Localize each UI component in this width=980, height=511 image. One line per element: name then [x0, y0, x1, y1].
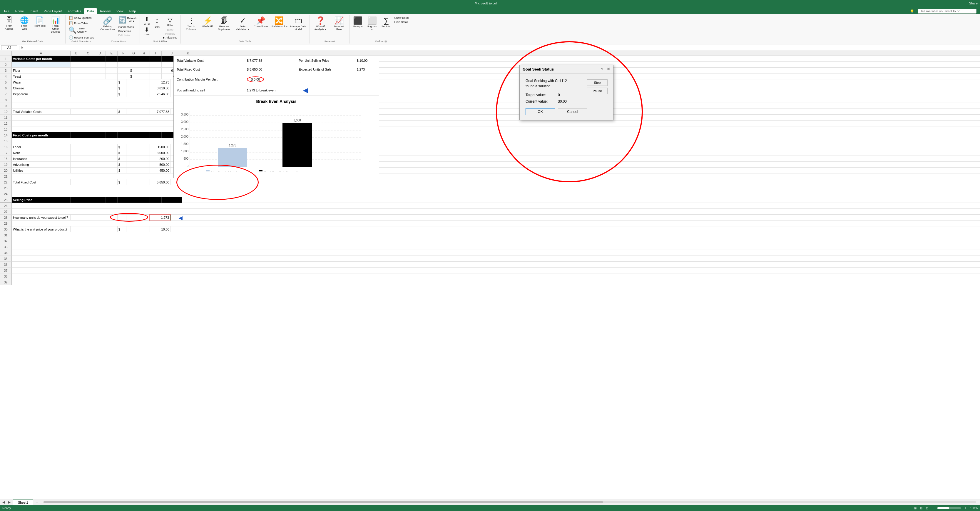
clear-button[interactable]: Clear [166, 28, 175, 32]
cell-g20[interactable]: $ [118, 167, 126, 174]
tab-review[interactable]: Review [97, 8, 113, 14]
text-to-columns-button[interactable]: ⋮ Text to Columns [183, 15, 200, 32]
advanced-button[interactable]: ▶ Advanced [162, 36, 178, 40]
show-queries-button[interactable]: 📋 Show Queries [67, 15, 95, 20]
col-header-c[interactable]: C [82, 51, 94, 56]
remove-duplicates-button[interactable]: 🗐 Remove Duplicates [215, 15, 233, 32]
tab-formulas[interactable]: Formulas [65, 8, 84, 14]
from-other-button[interactable]: 📊 From Other Sources [48, 15, 64, 34]
step-button[interactable]: Step [587, 80, 608, 86]
sort-button[interactable]: ↕ Sort [153, 15, 161, 29]
cell-g18[interactable]: $ [118, 156, 126, 162]
tab-view[interactable]: View [113, 8, 126, 14]
scroll-right-icon[interactable]: ▶ [7, 500, 12, 504]
formula-input[interactable] [25, 46, 979, 50]
cell-a17[interactable]: Rent [12, 150, 70, 156]
cell-g17[interactable]: $ [118, 150, 126, 156]
what-if-button[interactable]: ❓ What-If Analysis ▾ [312, 15, 329, 32]
tab-page-layout[interactable]: Page Layout [41, 8, 65, 14]
show-detail-button[interactable]: Show Detail [393, 16, 410, 20]
cell-j5[interactable]: 12.73 [150, 80, 170, 85]
filter-button[interactable]: ▽ Filter [166, 15, 175, 28]
consolidate-button[interactable]: 📌 Consolidate [253, 15, 270, 29]
cell-a22[interactable]: Total Fixed Cost [12, 179, 70, 185]
cell-j17[interactable]: 3,000.00 [150, 150, 170, 156]
zoom-in-icon[interactable]: + [964, 506, 966, 510]
cell-j19[interactable]: 500.00 [150, 162, 170, 167]
col-header-e[interactable]: E [106, 51, 118, 56]
data-validation-button[interactable]: ✓ Data Validation ▾ [234, 15, 251, 32]
tab-help[interactable]: Help [126, 8, 139, 14]
cell-a10[interactable]: Total Variable Costs [12, 109, 70, 115]
relationships-button[interactable]: 🔀 Relationships [270, 15, 288, 29]
cell-j22[interactable]: 5,650.00 [150, 179, 170, 185]
col-header-a[interactable]: A [12, 51, 70, 56]
reapply-button[interactable]: Reapply [164, 32, 176, 36]
info-value-3[interactable]: $ 0.00 [244, 74, 296, 85]
cell-j30[interactable]: 10.00 [150, 226, 170, 232]
col-header-i[interactable]: I [150, 51, 162, 56]
group-button[interactable]: ⬛ Group ▾ [352, 15, 364, 29]
recent-sources-button[interactable]: 🕐 Recent Sources [67, 35, 95, 40]
col-header-d[interactable]: D [94, 51, 106, 56]
cell-a19[interactable]: Advertising [12, 162, 70, 167]
cell-j28-outlined[interactable]: 1,273 [150, 215, 170, 221]
existing-connections-button[interactable]: 🔗 Existing Connections [99, 15, 116, 32]
tab-data[interactable]: Data [84, 8, 97, 14]
from-access-button[interactable]: 🗄 From Access [2, 15, 16, 32]
cell-a30[interactable]: What is the unit price of your product? [12, 226, 70, 232]
add-sheet-button[interactable]: + [33, 499, 41, 505]
col-header-b[interactable]: B [70, 51, 82, 56]
cell-j18[interactable]: 200.00 [150, 156, 170, 162]
from-text-button[interactable]: 📄 From Text [32, 15, 47, 29]
cell-a28[interactable]: How many units do you expect to sell? [12, 215, 70, 221]
dialog-help-icon[interactable]: ? [601, 67, 603, 72]
manage-data-model-button[interactable]: 🗃 Manage Data Model [289, 15, 308, 32]
name-box[interactable] [1, 45, 18, 50]
zoom-out-icon[interactable]: − [932, 506, 934, 510]
new-query-button[interactable]: 🔍 NewQuery ▾ [67, 26, 95, 35]
layout-normal-icon[interactable]: ⊞ [914, 506, 916, 510]
pause-button[interactable]: Pause [587, 88, 608, 94]
cell-a2[interactable] [12, 62, 70, 68]
col-header-h[interactable]: H [138, 51, 150, 56]
cell-g22[interactable]: $ [118, 179, 126, 185]
cell-a16[interactable]: Labor [12, 144, 70, 150]
col-header-j[interactable]: J [162, 51, 182, 56]
cell-a25[interactable]: Selling Price [12, 197, 70, 203]
layout-preview-icon[interactable]: ⊡ [926, 506, 928, 510]
cell-a7[interactable]: Pepperoni [12, 91, 70, 97]
sort-az-button[interactable]: ⬆ A→Z [142, 15, 152, 25]
hide-detail-button[interactable]: Hide Detail [393, 20, 410, 24]
sort-za-button[interactable]: ⬇ Z→A [142, 26, 152, 36]
forecast-sheet-button[interactable]: 📈 Forecast Sheet [330, 15, 348, 32]
hscroll-thumb[interactable] [43, 501, 603, 503]
tab-home[interactable]: Home [12, 8, 27, 14]
tab-file[interactable]: File [1, 8, 12, 14]
cell-j16[interactable]: 1500.00 [150, 144, 170, 150]
ok-button[interactable]: OK [525, 108, 555, 115]
sheet-tab-sheet1[interactable]: Sheet1 [13, 500, 33, 505]
connections-btn[interactable]: Connections [117, 25, 138, 29]
outline-expand-icon[interactable]: ⊡ [385, 40, 387, 43]
cell-a20[interactable]: Utilities [12, 167, 70, 174]
cancel-button[interactable]: Cancel [558, 108, 587, 115]
cell-a6[interactable]: Cheese [12, 85, 70, 91]
col-header-k[interactable]: K [182, 51, 194, 56]
cell-a18[interactable]: Insurance [12, 156, 70, 162]
properties-button[interactable]: Properties [117, 29, 138, 33]
cell-a14[interactable]: Fixed Costs per month [12, 132, 70, 138]
layout-page-icon[interactable]: ⊟ [920, 506, 923, 510]
cell-j20[interactable]: 450.00 [150, 167, 170, 174]
ungroup-button[interactable]: ⬜ Ungroup ▾ [365, 15, 379, 32]
cell-a3[interactable]: Flour [12, 68, 70, 73]
cell-g16[interactable]: $ [118, 144, 126, 150]
cell-g19[interactable]: $ [118, 162, 126, 167]
cell-g5[interactable]: $ [118, 80, 126, 85]
scroll-left-icon[interactable]: ◀ [1, 500, 6, 504]
edit-links-button[interactable]: Edit Links [117, 33, 138, 37]
refresh-all-button[interactable]: 🔄 RefreshAll ▾ [117, 15, 138, 25]
subtotal-button[interactable]: ∑ Subtotal [380, 15, 393, 29]
cell-j7[interactable]: 2,546.00 [150, 91, 170, 97]
share-button[interactable]: Share [969, 2, 978, 5]
